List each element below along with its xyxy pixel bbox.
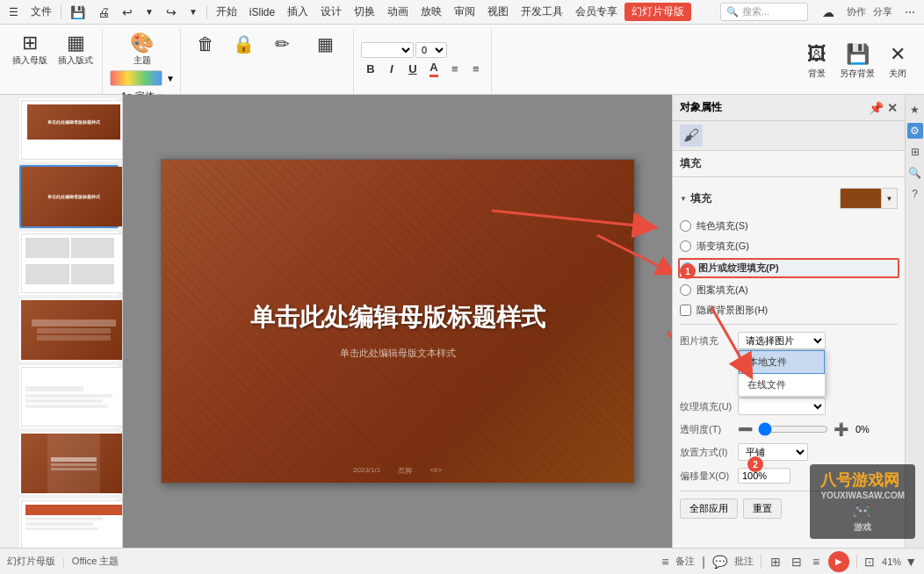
offset-input[interactable] bbox=[738, 468, 790, 484]
ribbon-insert-master-btn[interactable]: ⊞ 插入母版 bbox=[9, 32, 51, 68]
transparency-slider[interactable] bbox=[758, 422, 828, 436]
slide-thumb-img-7 bbox=[21, 500, 123, 548]
picture-fill-label[interactable]: 图片或纹理填充(P) bbox=[698, 262, 779, 275]
font-select[interactable] bbox=[361, 42, 414, 58]
slide-thumb-2[interactable]: 单击此处编辑母版标题样式 bbox=[19, 165, 119, 228]
menu-collab[interactable]: 协作 bbox=[847, 5, 866, 18]
zoom-dropdown-icon[interactable]: ▼ bbox=[905, 555, 917, 569]
apply-all-btn[interactable]: 全部应用 bbox=[680, 499, 738, 519]
slide-thumb-1[interactable]: 单击此处编辑母版标题样式 bbox=[19, 98, 119, 161]
gradient-fill-label[interactable]: 渐变填充(G) bbox=[697, 240, 749, 253]
picture-select[interactable]: 请选择图片 bbox=[738, 332, 826, 349]
pattern-fill-radio[interactable] bbox=[680, 284, 691, 296]
local-file-item[interactable]: 本地文件 bbox=[739, 350, 825, 374]
fit-screen-btn[interactable]: ⊡ bbox=[864, 555, 875, 569]
placement-select[interactable]: 平铺 bbox=[738, 443, 808, 461]
menu-member[interactable]: 会员专享 bbox=[570, 3, 623, 21]
texture-select[interactable] bbox=[738, 398, 826, 415]
menu-view[interactable]: 视图 bbox=[482, 3, 514, 21]
solid-fill-label[interactable]: 纯色填充(S) bbox=[697, 219, 748, 233]
fill-tab-icon[interactable]: 🖌 bbox=[680, 125, 703, 147]
delete-icon: 🗑 bbox=[197, 34, 214, 54]
slide-thumb-3[interactable] bbox=[19, 232, 119, 295]
menu-transition[interactable]: 切换 bbox=[349, 3, 380, 21]
menu-cloud[interactable]: ☁ bbox=[817, 4, 840, 21]
align-center-btn[interactable]: ≡ bbox=[466, 60, 486, 79]
menu-slidemaster[interactable]: 幻灯片母版 bbox=[624, 3, 691, 21]
menu-animation[interactable]: 动画 bbox=[382, 3, 414, 21]
menu-start[interactable]: 开始 bbox=[211, 3, 242, 21]
play-slideshow-btn[interactable]: ▶ bbox=[828, 551, 849, 572]
undo-dropdown[interactable]: ▼ bbox=[140, 5, 159, 18]
menu-hamburger[interactable]: ☰ bbox=[4, 4, 24, 20]
pattern-fill-label[interactable]: 图案填充(A) bbox=[697, 283, 748, 297]
menu-design[interactable]: 设计 bbox=[315, 3, 347, 21]
zoom-value: 41% bbox=[882, 556, 901, 567]
transparency-decrease-btn[interactable]: ➖ bbox=[738, 422, 753, 436]
menu-more[interactable]: ⋯ bbox=[899, 4, 920, 20]
right-edge-grid-btn[interactable]: ⊞ bbox=[907, 144, 923, 160]
ribbon-rename-btn[interactable]: ✏ bbox=[265, 32, 300, 58]
props-pin-icon[interactable]: 📌 bbox=[869, 101, 884, 115]
ribbon-close-btn[interactable]: ✕ 关闭 bbox=[882, 41, 913, 82]
reset-btn[interactable]: 重置 bbox=[743, 499, 782, 519]
picture-fill-container: 图片或纹理填充(P) bbox=[680, 260, 898, 276]
gradient-fill-radio[interactable] bbox=[680, 240, 691, 252]
right-edge-search-btn[interactable]: 🔍 bbox=[907, 165, 923, 181]
slide-thumb-4[interactable] bbox=[19, 298, 119, 362]
transparency-increase-btn[interactable]: ➕ bbox=[834, 422, 848, 436]
menu-islide[interactable]: iSlide bbox=[244, 4, 280, 20]
status-note-label[interactable]: 备注 bbox=[675, 555, 695, 568]
menu-file[interactable]: 文件 bbox=[25, 3, 57, 21]
ribbon-bg-btn[interactable]: 🖼 背景 bbox=[801, 41, 833, 82]
theme-label: 主题 bbox=[134, 54, 151, 67]
fill-tab-label: 填充 bbox=[673, 151, 905, 177]
status-comment-label[interactable]: 批注 bbox=[734, 555, 754, 568]
font-color-btn[interactable]: A bbox=[424, 60, 444, 79]
menu-developer[interactable]: 开发工具 bbox=[516, 3, 568, 21]
indicator-1: 2023/1/1 bbox=[353, 466, 380, 476]
quick-print[interactable]: 🖨 bbox=[92, 4, 115, 21]
menu-insert[interactable]: 插入 bbox=[282, 3, 314, 21]
props-close-icon[interactable]: ✕ bbox=[887, 101, 898, 115]
ribbon-delete-btn[interactable]: 🗑 bbox=[188, 32, 223, 58]
view-grid-btn[interactable]: ⊟ bbox=[790, 553, 804, 570]
color-theme-preview[interactable] bbox=[110, 70, 162, 86]
solid-fill-radio[interactable] bbox=[680, 220, 691, 232]
hide-bg-label[interactable]: 隐藏背景图形(H) bbox=[697, 304, 768, 317]
slide-thumb-7[interactable] bbox=[19, 499, 119, 548]
canvas-area[interactable]: 单击此处编辑母版标题样式 单击此处编辑母版文本样式 2023/1/1 页脚 <#… bbox=[123, 95, 672, 548]
menu-separator-2 bbox=[206, 5, 207, 19]
right-edge-props-btn[interactable]: ⚙ bbox=[907, 123, 923, 139]
menu-share[interactable]: 分享 bbox=[873, 5, 892, 18]
bold-btn[interactable]: B bbox=[361, 60, 380, 79]
online-file-item[interactable]: 在线文件 bbox=[739, 374, 825, 396]
hide-bg-checkbox[interactable] bbox=[680, 305, 691, 316]
right-edge-help-btn[interactable]: ? bbox=[907, 186, 923, 202]
search-box[interactable]: 🔍 搜索... bbox=[720, 3, 808, 21]
slide-thumb-6[interactable] bbox=[19, 432, 119, 495]
slide-thumb-img-2: 单击此处编辑母版标题样式 bbox=[21, 167, 123, 226]
ribbon-masterlayout-btn[interactable]: ▦ bbox=[304, 32, 348, 58]
slide-thumb-5[interactable] bbox=[19, 365, 119, 428]
quick-undo[interactable]: ↩ bbox=[117, 4, 138, 21]
view-list-btn[interactable]: ≡ bbox=[811, 553, 821, 570]
ribbon-protect-btn[interactable]: 🔒 bbox=[227, 32, 262, 58]
size-select[interactable]: 0 bbox=[415, 42, 447, 58]
ribbon-end-group: 🖼 背景 💾 另存背景 ✕ 关闭 bbox=[794, 28, 920, 94]
quick-redo[interactable]: ↪ bbox=[161, 4, 182, 21]
color-dropdown-icon[interactable]: ▼ bbox=[166, 74, 175, 83]
menu-slideshow[interactable]: 放映 bbox=[415, 3, 447, 21]
ribbon-savebg-btn[interactable]: 💾 另存背景 bbox=[836, 41, 878, 82]
menu-review[interactable]: 审阅 bbox=[449, 3, 480, 21]
italic-btn[interactable]: I bbox=[382, 60, 401, 79]
underline-btn[interactable]: U bbox=[403, 60, 422, 79]
view-normal-btn[interactable]: ⊞ bbox=[769, 553, 783, 570]
redo-dropdown[interactable]: ▼ bbox=[184, 5, 203, 18]
quick-save[interactable]: 💾 bbox=[65, 4, 90, 21]
right-edge-star-btn[interactable]: ★ bbox=[907, 102, 923, 118]
ribbon-theme-btn[interactable]: 🎨 主题 bbox=[120, 32, 164, 68]
align-left-btn[interactable]: ≡ bbox=[445, 60, 465, 79]
fill-dropdown-btn[interactable]: ▼ bbox=[882, 188, 898, 209]
ribbon-insert-layout-btn[interactable]: ▦ 插入版式 bbox=[54, 32, 97, 68]
